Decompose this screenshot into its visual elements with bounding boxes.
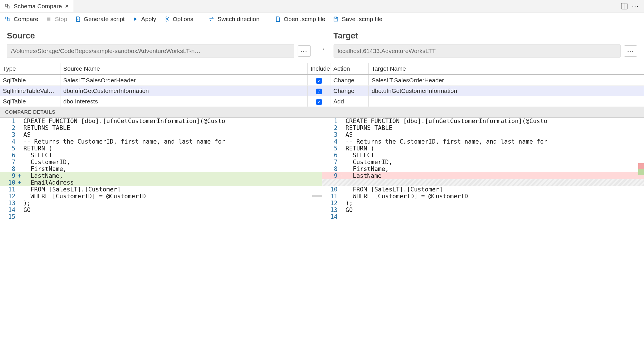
diff-sign bbox=[18, 193, 22, 200]
diff-sign bbox=[18, 131, 22, 138]
code-line bbox=[322, 179, 644, 186]
options-label: Options bbox=[173, 16, 193, 23]
col-type[interactable]: Type bbox=[0, 63, 60, 74]
code-line: 8 FirstName, bbox=[322, 166, 644, 172]
stop-icon bbox=[46, 16, 52, 22]
switch-direction-label: Switch direction bbox=[218, 16, 259, 23]
code-text: FirstName, bbox=[344, 166, 644, 172]
cell-source-name: dbo.ufnGetCustomerInformation bbox=[60, 86, 308, 96]
diff-sign bbox=[340, 131, 344, 138]
code-text: CREATE FUNCTION [dbo].[ufnGetCustomerInf… bbox=[22, 118, 322, 124]
source-heading: Source bbox=[7, 31, 311, 40]
line-number: 5 bbox=[0, 145, 18, 152]
diff-sign bbox=[18, 166, 22, 172]
diff-sign bbox=[18, 200, 22, 207]
switch-direction-button[interactable]: Switch direction bbox=[208, 16, 259, 23]
diff-sign bbox=[340, 145, 344, 152]
play-icon bbox=[132, 16, 138, 22]
options-button[interactable]: Options bbox=[164, 16, 193, 23]
target-input[interactable]: localhost,61433.AdventureWorksLTT bbox=[334, 44, 621, 58]
source-input[interactable]: /Volumes/Storage/CodeRepos/sample-sandbo… bbox=[7, 44, 294, 58]
line-number: 11 bbox=[0, 186, 18, 193]
code-text: -- Returns the CustomerID, first name, a… bbox=[344, 138, 644, 145]
code-line: 6 SELECT bbox=[0, 152, 322, 159]
code-line: 11 WHERE [CustomerID] = @CustomerID bbox=[322, 193, 644, 200]
diff-pane-source[interactable]: 1 CREATE FUNCTION [dbo].[ufnGetCustomerI… bbox=[0, 118, 322, 220]
diff-sign bbox=[18, 213, 22, 220]
cell-type: SqlInlineTableValuedFu… bbox=[0, 86, 60, 96]
cell-action: Add bbox=[330, 96, 369, 107]
line-number: 2 bbox=[322, 124, 340, 131]
toolbar-divider bbox=[267, 15, 267, 23]
diff-sign bbox=[340, 138, 344, 145]
compare-button[interactable]: Compare bbox=[5, 16, 38, 23]
apply-button[interactable]: Apply bbox=[132, 16, 156, 23]
cell-include[interactable]: ✓ bbox=[308, 86, 330, 96]
code-text: RETURN ( bbox=[344, 145, 644, 152]
code-text: AS bbox=[22, 131, 322, 138]
diff-pane-target[interactable]: 1 CREATE FUNCTION [dbo].[ufnGetCustomerI… bbox=[322, 118, 644, 220]
line-number: 1 bbox=[322, 118, 340, 124]
overview-ruler[interactable] bbox=[638, 118, 644, 220]
save-icon bbox=[333, 16, 339, 22]
target-column: Target localhost,61433.AdventureWorksLTT… bbox=[334, 31, 637, 58]
svg-rect-0 bbox=[5, 4, 7, 6]
code-line: 4 -- Returns the CustomerID, first name,… bbox=[0, 138, 322, 145]
svg-rect-1 bbox=[8, 6, 10, 8]
checkbox-icon[interactable]: ✓ bbox=[316, 78, 322, 84]
col-action[interactable]: Action bbox=[330, 63, 369, 74]
code-line: 5 RETURN ( bbox=[322, 145, 644, 152]
checkbox-icon[interactable]: ✓ bbox=[316, 99, 322, 105]
cell-include[interactable]: ✓ bbox=[308, 75, 330, 85]
diff-sign: + bbox=[18, 172, 22, 179]
line-number bbox=[322, 179, 340, 186]
line-number: 9 bbox=[0, 172, 18, 179]
code-text: GO bbox=[22, 207, 322, 213]
diff-sign bbox=[18, 159, 22, 166]
cell-target-name: SalesLT.SalesOrderHeader bbox=[369, 75, 644, 85]
code-text bbox=[344, 179, 644, 186]
code-text bbox=[344, 213, 644, 220]
diff-sign bbox=[340, 193, 344, 200]
code-line: 13 GO bbox=[322, 207, 644, 213]
diff-sign bbox=[18, 152, 22, 159]
cell-include[interactable]: ✓ bbox=[308, 96, 330, 107]
tab-schema-compare[interactable]: Schema Compare ✕ bbox=[0, 0, 74, 12]
col-source-name[interactable]: Source Name bbox=[60, 63, 308, 74]
diff-sign bbox=[340, 186, 344, 193]
col-target-name[interactable]: Target Name bbox=[369, 63, 644, 74]
svg-rect-3 bbox=[8, 19, 10, 21]
code-text: WHERE [CustomerID] = @CustomerID bbox=[22, 193, 322, 200]
split-editor-icon[interactable] bbox=[621, 3, 627, 9]
line-number: 4 bbox=[322, 138, 340, 145]
code-text: FROM [SalesLT].[Customer] bbox=[22, 186, 322, 193]
schema-compare-icon bbox=[5, 3, 11, 9]
table-row[interactable]: SqlTableSalesLT.SalesOrderHeader✓ChangeS… bbox=[0, 75, 644, 86]
table-row[interactable]: SqlTabledbo.Interests✓Add bbox=[0, 96, 644, 107]
diff-sign bbox=[18, 207, 22, 213]
close-icon[interactable]: ✕ bbox=[65, 3, 69, 9]
line-number: 4 bbox=[0, 138, 18, 145]
source-more-button[interactable]: ··· bbox=[298, 45, 311, 57]
target-more-button[interactable]: ··· bbox=[624, 45, 637, 57]
grid-header: Type Source Name Include Action Target N… bbox=[0, 63, 644, 75]
cell-source-name: SalesLT.SalesOrderHeader bbox=[60, 75, 308, 85]
code-text: WHERE [CustomerID] = @CustomerID bbox=[344, 193, 644, 200]
more-actions-icon[interactable]: ··· bbox=[632, 3, 639, 10]
checkbox-icon[interactable]: ✓ bbox=[316, 89, 322, 94]
code-text: FirstName, bbox=[22, 166, 322, 172]
open-scmp-button[interactable]: Open .scmp file bbox=[275, 16, 325, 23]
col-include[interactable]: Include bbox=[308, 63, 330, 74]
line-number: 14 bbox=[0, 207, 18, 213]
line-number: 11 bbox=[322, 193, 340, 200]
save-scmp-button[interactable]: Save .scmp file bbox=[333, 16, 382, 23]
code-line: 1 CREATE FUNCTION [dbo].[ufnGetCustomerI… bbox=[0, 118, 322, 124]
table-row[interactable]: SqlInlineTableValuedFu…dbo.ufnGetCustome… bbox=[0, 86, 644, 96]
diff-sign bbox=[340, 159, 344, 166]
line-number: 10 bbox=[322, 186, 340, 193]
generate-script-button[interactable]: Generate script bbox=[75, 16, 125, 23]
cell-action: Change bbox=[330, 75, 369, 85]
diff-sign bbox=[18, 124, 22, 131]
line-number: 10 bbox=[0, 179, 18, 186]
stop-label: Stop bbox=[55, 16, 67, 23]
